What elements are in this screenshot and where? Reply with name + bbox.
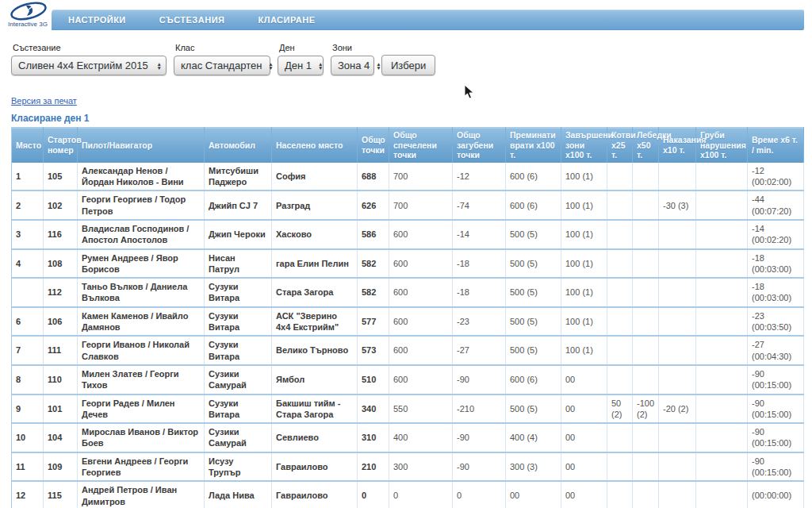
table-cell: Георги Георгиев / Тодор Петров (78, 190, 205, 220)
table-cell: Сузики Самурай (205, 365, 272, 394)
table-cell: -18 (00:03:00) (748, 249, 804, 279)
table-cell: -14 (453, 220, 506, 249)
table-cell: 11 (12, 452, 44, 482)
table-cell (696, 394, 748, 424)
table-cell: 600 (389, 278, 453, 307)
results-table: МястоСтартов номерПилот/НавигаторАвтомоб… (11, 127, 804, 508)
competition-label: Състезание (13, 43, 167, 52)
table-cell (633, 481, 659, 508)
table-cell: -23 (00:03:50) (748, 307, 804, 337)
table-cell: -30 (3) (659, 190, 696, 220)
tab-settings[interactable]: НАСТРОЙКИ (52, 15, 143, 25)
competition-select[interactable]: Сливен 4x4 Екстрийм 2015 ▲▼ (11, 56, 167, 75)
table-cell: -90 (00:15:00) (748, 423, 804, 452)
day-select[interactable]: Ден 1 ▲▼ (278, 56, 324, 75)
table-cell: 500 (5) (506, 249, 561, 279)
column-header: Автомобил (205, 128, 272, 163)
table-cell: 108 (44, 249, 78, 279)
table-cell: 300 (3) (506, 452, 561, 482)
table-cell: Сузуки Витара (205, 394, 272, 424)
tab-ranking[interactable]: КЛАСИРАНЕ (241, 15, 331, 25)
class-label: Клас (175, 43, 270, 52)
table-cell (607, 307, 633, 337)
table-row: 2102Георги Георгиев / Тодор ПетровДжийп … (12, 190, 804, 220)
table-cell: Таньо Вълков / Даниела Вълкова (78, 278, 205, 307)
table-cell: 500 (5) (506, 394, 561, 424)
table-cell (659, 249, 696, 279)
table-cell (633, 249, 659, 279)
table-cell (659, 423, 696, 452)
table-row: 11109Евгени Андреев / Георги ГеоргиевИсу… (12, 452, 804, 482)
table-row: 6106Камен Каменов / Ивайло ДамяновСузуки… (12, 307, 804, 337)
table-cell: Милен Златев / Георги Тихов (78, 365, 205, 394)
zones-label: Зони (332, 43, 374, 52)
column-header: Населено място (272, 128, 358, 163)
column-header: Общо спечелени точки (389, 128, 453, 163)
mouse-cursor-icon (464, 84, 475, 100)
table-cell: Андрей Петров / Иван Димитров (78, 481, 205, 508)
table-cell: гара Елин Пелин (272, 249, 358, 279)
table-cell (633, 190, 659, 220)
table-cell (633, 423, 659, 452)
day-value: Ден 1 (285, 60, 312, 71)
table-cell: -74 (453, 190, 506, 220)
filter-bar: Състезание Сливен 4x4 Екстрийм 2015 ▲▼ К… (11, 43, 435, 75)
table-cell: 600 (6) (506, 190, 561, 220)
table-cell: 110 (44, 365, 78, 394)
table-cell: -100 (2) (633, 394, 659, 424)
table-cell: 600 (389, 220, 453, 249)
table-cell: Велико Търново (272, 336, 358, 365)
column-header: Време x6 т. / min. (748, 128, 804, 163)
column-header: Общо точки (358, 128, 389, 163)
table-cell: 500 (5) (506, 220, 561, 249)
table-cell (607, 249, 633, 279)
top-navbar: НАСТРОЙКИ СЪСТЕЗАНИЯ КЛАСИРАНЕ (52, 10, 804, 30)
table-cell: 600 (389, 336, 453, 365)
table-row: 8110Милен Златев / Георги ТиховСузики Са… (12, 365, 804, 394)
select-button[interactable]: Избери (381, 55, 435, 75)
table-cell (633, 163, 659, 191)
page-title: Класиране ден 1 (11, 113, 89, 124)
print-version-link[interactable]: Версия за печат (11, 96, 77, 106)
table-row: 4108Румен Андреев / Явор БорисовНисан Па… (12, 249, 804, 279)
table-cell (696, 365, 748, 394)
table-cell: Сузуки Витара (205, 278, 272, 307)
table-cell (659, 336, 696, 365)
table-cell (659, 163, 696, 191)
class-select[interactable]: клас Стандартен ▲▼ (174, 56, 270, 75)
table-cell: 510 (358, 365, 389, 394)
table-cell (607, 163, 633, 191)
app-logo: Interactive 3G (4, 2, 52, 28)
table-cell: 3 (12, 220, 44, 249)
tab-competitions[interactable]: СЪСТЕЗАНИЯ (143, 15, 242, 25)
table-cell: 600 (6) (506, 163, 561, 191)
table-cell: -90 (453, 365, 506, 394)
table-row: 10104Мирослав Иванов / Виктор БоевСузики… (12, 423, 804, 452)
table-cell: 9 (12, 394, 44, 424)
table-cell: 00 (561, 452, 607, 482)
competition-group: Състезание Сливен 4x4 Екстрийм 2015 ▲▼ (11, 43, 167, 75)
table-row: 7111Георги Иванов / Николай СлавковСузук… (12, 336, 804, 365)
table-cell: Исузу Трупър (205, 452, 272, 482)
table-cell: 111 (44, 336, 78, 365)
table-cell: 600 (389, 307, 453, 337)
table-cell (696, 163, 748, 191)
table-cell: Гавраилово (272, 452, 358, 482)
table-cell: 100 (1) (561, 220, 607, 249)
zones-select[interactable]: Зона 4 ▲▼ (331, 56, 374, 75)
table-row: 3116Владислав Господинов / Апостол Апост… (12, 220, 804, 249)
table-cell (696, 336, 748, 365)
table-cell: София (272, 163, 358, 191)
table-cell: 6 (12, 307, 44, 337)
table-cell: 00 (561, 365, 607, 394)
table-cell: 104 (44, 423, 78, 452)
table-cell: Сузуки Витара (205, 307, 272, 337)
table-cell: Джип Чероки (205, 220, 272, 249)
table-cell (659, 481, 696, 508)
table-cell (696, 481, 748, 508)
interactive3g-icon (7, 2, 48, 22)
table-cell (633, 278, 659, 307)
table-cell: -90 (00:15:00) (748, 394, 804, 424)
table-cell: 210 (358, 452, 389, 482)
table-cell: Евгени Андреев / Георги Георгиев (78, 452, 205, 482)
